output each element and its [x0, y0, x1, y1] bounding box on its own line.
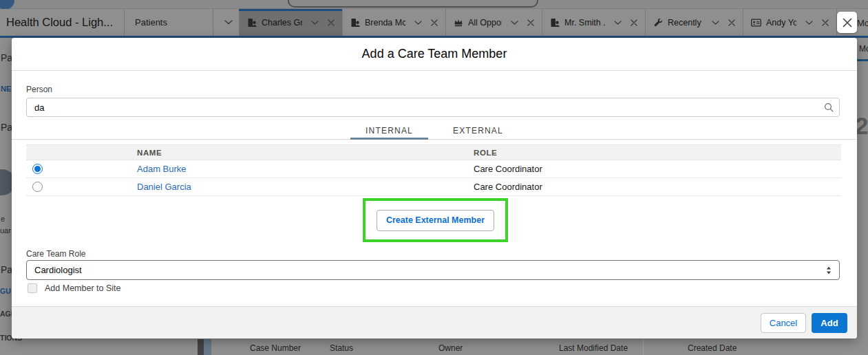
case-column-header: Created Date [688, 343, 737, 353]
bg-fragment-underline [857, 59, 868, 61]
patient-icon [350, 18, 360, 28]
bg-fragment: e [1, 215, 5, 223]
table-row: Adam Burke Care Coordinator [26, 160, 841, 178]
screen: Health Cloud - Ligh... Patients Charles … [0, 0, 868, 355]
chevron-down-icon[interactable] [712, 21, 719, 25]
care-team-role-value: Cardiologist [34, 265, 82, 275]
chevron-down-icon[interactable] [414, 21, 422, 25]
tab-label: Recently Vi... [668, 18, 703, 28]
person-label: Person [26, 85, 52, 94]
nav-tab-patients[interactable]: Patients [125, 9, 213, 36]
tab-label: Mr. Smith ... [564, 18, 605, 28]
close-icon[interactable] [631, 19, 637, 26]
close-icon[interactable] [822, 19, 829, 26]
global-search-box-outline [288, 0, 538, 8]
radio-selected[interactable] [32, 164, 43, 174]
name-column-header: NAME [137, 149, 474, 157]
radio-unselected[interactable] [32, 182, 43, 192]
wrench-icon [653, 18, 663, 28]
modal-footer: Cancel Add [12, 306, 857, 338]
case-column-header: Case Number [250, 343, 301, 353]
console-tab-bar: Health Cloud - Ligh... Patients Charles … [0, 9, 868, 36]
person-results-table: NAME ROLE Adam Burke Care Coordinator Da… [26, 144, 841, 196]
person-role: Care Coordinator [474, 182, 841, 192]
close-icon[interactable] [728, 19, 735, 26]
add-member-checkbox[interactable] [28, 283, 37, 293]
chevron-down-icon[interactable] [511, 21, 518, 25]
member-source-tabs: INTERNAL EXTERNAL [12, 122, 857, 140]
chevron-down-icon [224, 20, 233, 25]
nav-tab-chevron-button[interactable] [213, 9, 240, 36]
role-column-header: ROLE [474, 149, 841, 157]
person-role: Care Coordinator [474, 164, 841, 174]
workspace-tab-charles[interactable]: Charles Gr... [240, 9, 343, 36]
bg-fragment: Mo [859, 44, 868, 54]
browser-favicon [0, 0, 14, 10]
person-name-link[interactable]: Daniel Garcia [137, 182, 474, 192]
close-icon[interactable] [527, 19, 534, 26]
bg-fragment-more-tab: Mor [857, 18, 868, 28]
bg-fragment: Pa [1, 264, 12, 275]
workspace-tab-recently-viewed[interactable]: Recently Vi... [646, 9, 743, 36]
browser-chrome-strip [0, 0, 868, 9]
bg-fragment: Pa [1, 52, 12, 63]
person-search-input[interactable] [26, 98, 840, 117]
close-icon [842, 17, 853, 28]
care-team-role-label: Care Team Role [26, 249, 85, 259]
tab-internal[interactable]: INTERNAL [350, 122, 428, 139]
table-header-row: NAME ROLE [26, 144, 841, 160]
opportunities-crown-icon [454, 18, 463, 28]
select-stepper-icon[interactable] [827, 266, 831, 274]
bg-fragment: GU [0, 287, 11, 295]
patient-icon [247, 18, 257, 28]
person-search-wrap [26, 98, 840, 117]
case-column-header: Status [330, 343, 353, 353]
tab-external[interactable]: EXTERNAL [438, 122, 518, 139]
modal-close-button[interactable] [837, 12, 857, 33]
bg-fragment: NE [1, 85, 11, 93]
chevron-down-icon[interactable] [805, 21, 813, 25]
person-name-link[interactable]: Adam Burke [137, 164, 474, 174]
add-member-to-site-row: Add Member to Site [28, 283, 120, 293]
bg-scrollbar-fragment [198, 339, 204, 355]
tab-label: Brenda Mc... [365, 18, 405, 28]
patient-icon [550, 18, 560, 28]
tab-label: Andy Youn... [766, 18, 796, 28]
workspace-tab-andy[interactable]: Andy Youn... [743, 9, 837, 36]
annotation-highlight-box: Create External Member [363, 198, 508, 242]
bg-fragment: uar [0, 226, 11, 235]
case-column-header: Last Modified Date [559, 343, 628, 353]
tab-label: All Opport... [468, 18, 502, 28]
add-button[interactable]: Add [812, 313, 847, 333]
contact-card-icon [751, 18, 761, 28]
workspace-tab-opportunities[interactable]: All Opport... [446, 9, 542, 36]
add-care-team-member-modal: Add a Care Team Member Person INTERNAL E… [12, 38, 857, 338]
chevron-down-icon[interactable] [311, 21, 319, 25]
search-icon [824, 103, 834, 112]
workspace-tab-mr-smith[interactable]: Mr. Smith ... [542, 9, 646, 36]
tab-label: Charles Gr... [262, 18, 302, 28]
bg-scrollbar-fragment [204, 339, 211, 355]
table-row: Daniel Garcia Care Coordinator [26, 178, 841, 196]
care-team-role-select[interactable]: Cardiologist [26, 260, 840, 280]
chevron-down-icon[interactable] [614, 21, 622, 25]
create-external-member-button[interactable]: Create External Member [377, 210, 494, 231]
close-icon[interactable] [328, 19, 335, 26]
app-name[interactable]: Health Cloud - Ligh... [0, 9, 125, 36]
modal-title: Add a Care Team Member [12, 38, 857, 71]
close-icon[interactable] [431, 19, 438, 26]
add-member-checkbox-label: Add Member to Site [45, 283, 120, 293]
bg-column-divider [643, 339, 644, 355]
bg-fragment: Pa [1, 122, 12, 133]
case-column-header: Owner [438, 343, 463, 353]
cancel-button[interactable]: Cancel [761, 313, 806, 333]
workspace-tab-brenda[interactable]: Brenda Mc... [343, 9, 446, 36]
